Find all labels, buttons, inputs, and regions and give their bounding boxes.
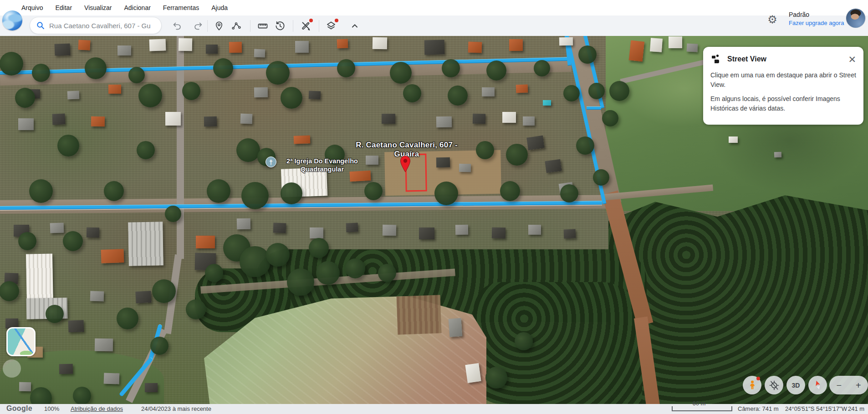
path-tool-icon[interactable]: [230, 20, 242, 32]
building: [117, 45, 131, 56]
building: [523, 116, 535, 126]
tree: [560, 184, 578, 202]
building: [468, 41, 482, 53]
tree: [104, 181, 124, 201]
tree: [85, 57, 107, 79]
tree: [309, 238, 329, 258]
building: [419, 227, 434, 239]
ruler-icon[interactable]: [257, 20, 269, 32]
building: [229, 42, 242, 53]
tree: [15, 88, 35, 108]
tree: [588, 83, 605, 99]
tree: [152, 279, 176, 303]
user-avatar[interactable]: [846, 9, 865, 28]
tree: [138, 84, 162, 107]
building: [273, 223, 286, 233]
building: [492, 227, 505, 239]
close-icon[interactable]: ✕: [848, 55, 856, 64]
tree: [485, 367, 507, 389]
camera-altitude: Câmera: 741 m: [738, 405, 779, 412]
zoom-percent: 100%: [44, 405, 59, 412]
building: [373, 37, 387, 50]
building: [650, 38, 663, 52]
tree: [205, 264, 223, 282]
location-off-icon[interactable]: [765, 376, 783, 394]
collapse-toolbar-icon[interactable]: [349, 20, 361, 32]
pegman-button[interactable]: [743, 376, 761, 394]
tree: [576, 136, 594, 155]
menu-editar[interactable]: Editar: [55, 4, 72, 11]
menu-visualizar[interactable]: Visualizar: [84, 4, 112, 11]
drawing-tools-icon[interactable]: [300, 20, 311, 32]
settings-gear-icon[interactable]: ⚙: [765, 12, 780, 27]
building: [729, 136, 738, 143]
building: [145, 383, 158, 392]
placemark-icon[interactable]: [213, 20, 225, 32]
warehouse: [128, 222, 163, 266]
tree: [442, 59, 460, 77]
building: [473, 114, 485, 124]
building: [687, 43, 698, 52]
street-view-road[interactable]: [587, 106, 601, 110]
tree: [281, 87, 302, 109]
building: [165, 112, 181, 126]
undo-icon[interactable]: [171, 20, 183, 32]
tree: [117, 308, 138, 329]
layers-icon[interactable]: [325, 20, 337, 32]
menu-ferramentas[interactable]: Ferramentas: [163, 4, 199, 11]
tree: [378, 264, 396, 282]
imagery-date: 24/04/2023 à mais recente: [141, 405, 211, 412]
zoom-in-button[interactable]: +: [849, 381, 868, 390]
tree: [476, 141, 494, 159]
tree: [18, 232, 36, 250]
redo-icon[interactable]: [192, 20, 204, 32]
building: [108, 85, 121, 94]
building: [18, 118, 34, 130]
compass[interactable]: [808, 376, 827, 394]
building: [449, 318, 463, 337]
data-attribution-link[interactable]: Atribuição de dados: [71, 405, 123, 412]
building: [104, 373, 120, 384]
tree: [534, 60, 550, 76]
building: [149, 39, 166, 51]
google-earth-logo[interactable]: [2, 10, 22, 30]
menu-arquivo[interactable]: Arquivo: [21, 4, 43, 11]
building: [295, 41, 309, 53]
3d-toggle-button[interactable]: 3D: [786, 376, 805, 394]
tree: [448, 86, 468, 106]
building: [240, 114, 253, 124]
tree: [207, 179, 230, 203]
tree: [500, 181, 520, 201]
building: [90, 291, 104, 301]
historical-imagery-icon[interactable]: [274, 20, 286, 32]
building: [95, 338, 113, 352]
menu-adicionar[interactable]: Adicionar: [124, 4, 150, 11]
tree: [563, 85, 580, 101]
zoom-out-button[interactable]: −: [829, 381, 849, 390]
upgrade-link[interactable]: Fazer upgrade agora: [789, 20, 844, 26]
building: [465, 363, 481, 383]
building: [526, 136, 545, 151]
overview-mini-map[interactable]: [6, 327, 36, 356]
tree: [182, 82, 200, 100]
building: [509, 39, 523, 51]
toolbar-divider: [293, 20, 293, 32]
tree: [63, 231, 83, 251]
scale-bar: [672, 406, 732, 411]
building: [206, 45, 218, 54]
building: [196, 236, 215, 248]
tree: [213, 58, 233, 78]
search-input[interactable]: [49, 22, 155, 30]
search-icon[interactable]: [36, 21, 45, 30]
building: [135, 291, 151, 303]
building: [459, 164, 471, 172]
notification-dot: [309, 19, 313, 22]
building: [254, 87, 268, 98]
tree: [57, 135, 79, 157]
menu-ajuda[interactable]: Ajuda: [211, 4, 228, 11]
tree: [29, 179, 53, 203]
tree: [73, 387, 91, 404]
building: [545, 159, 562, 173]
plan-label: Padrão: [789, 11, 809, 18]
building: [78, 40, 90, 50]
